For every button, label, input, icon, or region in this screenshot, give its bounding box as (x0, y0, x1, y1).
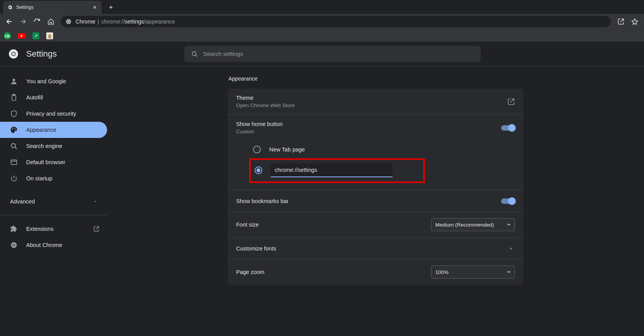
chrome-icon (10, 241, 18, 249)
forward-button[interactable] (17, 15, 29, 28)
omnibox-url-part: settings (125, 18, 144, 25)
sidebar-item-appearance[interactable]: Appearance (0, 122, 107, 138)
bookmark-star-button[interactable] (629, 15, 641, 28)
svg-point-5 (12, 52, 15, 55)
bookmarks-bar: cb ↗ g (0, 29, 644, 42)
sidebar-item-on-startup[interactable]: On startup (0, 170, 107, 186)
divider (0, 215, 107, 215)
omnibox-app-label: Chrome (75, 18, 96, 25)
settings-sidebar: You and Google Autofill Privacy and secu… (0, 66, 107, 336)
section-title: Appearance (228, 76, 523, 82)
share-button[interactable] (615, 15, 627, 28)
page-title: Settings (26, 49, 57, 59)
appearance-card: Theme Open Chrome Web Store Show home bu… (228, 89, 523, 285)
sidebar-item-default-browser[interactable]: Default browser (0, 154, 107, 170)
highlight-annotation (249, 158, 425, 183)
chevron-down-icon (507, 224, 511, 226)
bookmark-item[interactable]: ↗ (32, 32, 39, 39)
svg-point-7 (13, 79, 15, 81)
sidebar-item-privacy[interactable]: Privacy and security (0, 106, 107, 122)
svg-rect-11 (11, 160, 17, 165)
chevron-down-icon (507, 271, 511, 273)
font-size-select[interactable]: Medium (Recommended) (431, 218, 515, 231)
close-icon[interactable] (92, 4, 98, 10)
font-size-row: Font size Medium (Recommended) (228, 212, 523, 237)
chevron-right-icon (507, 245, 515, 252)
search-placeholder: Search settings (203, 50, 243, 57)
chevron-down-icon (93, 199, 98, 204)
address-bar[interactable]: Chrome | chrome://settings/appearance (61, 16, 611, 27)
home-option-custom[interactable] (252, 161, 421, 180)
customize-fonts-row[interactable]: Customize fonts (228, 237, 523, 259)
home-button[interactable] (45, 15, 57, 28)
svg-point-10 (11, 143, 15, 148)
show-bookmarks-bar-row: Show bookmarks bar (228, 190, 523, 212)
tab-title: Settings (16, 5, 92, 10)
person-icon (10, 77, 18, 85)
sidebar-item-search-engine[interactable]: Search engine (0, 138, 107, 154)
home-button-options: New Tab page (228, 137, 523, 190)
sidebar-item-autofill[interactable]: Autofill (0, 89, 107, 106)
chrome-logo-icon (8, 49, 18, 59)
radio-unchecked-icon (253, 146, 261, 153)
palette-icon (10, 126, 18, 134)
settings-header: Settings Search settings (0, 42, 644, 66)
omnibox-url-part: chrome:// (101, 18, 124, 25)
clipboard-icon (10, 94, 18, 101)
bookmark-item[interactable] (18, 33, 25, 39)
puzzle-icon (10, 225, 18, 233)
bookmark-item[interactable]: cb (4, 32, 11, 39)
svg-point-14 (13, 244, 15, 246)
browser-tab-active[interactable]: Settings (3, 1, 102, 14)
reload-button[interactable] (31, 15, 43, 28)
sidebar-item-about[interactable]: About Chrome (0, 237, 107, 253)
omnibox-url-part: /appearance (144, 18, 175, 25)
back-button[interactable] (3, 15, 15, 28)
svg-point-6 (192, 52, 196, 55)
sidebar-item-extensions[interactable]: Extensions (0, 221, 107, 237)
sidebar-item-you-and-google[interactable]: You and Google (0, 73, 107, 89)
browser-toolbar: Chrome | chrome://settings/appearance (0, 14, 644, 29)
theme-row[interactable]: Theme Open Chrome Web Store (228, 89, 523, 114)
sidebar-advanced-toggle[interactable]: Advanced (0, 193, 107, 210)
search-icon (10, 142, 18, 150)
shield-icon (10, 110, 18, 118)
home-option-newtab[interactable]: New Tab page (236, 141, 515, 158)
browser-tab-strip: Settings (0, 0, 644, 14)
show-home-button-toggle[interactable] (501, 125, 515, 131)
external-link-icon (93, 226, 99, 232)
chrome-icon (65, 18, 72, 25)
gear-icon (7, 4, 13, 10)
svg-point-2 (68, 21, 69, 22)
power-icon (10, 175, 18, 182)
search-settings-input[interactable]: Search settings (184, 46, 481, 62)
settings-main: Appearance Theme Open Chrome Web Store S… (107, 66, 644, 336)
external-link-icon (507, 98, 515, 106)
search-icon (191, 50, 198, 57)
custom-home-url-input[interactable] (271, 163, 392, 177)
show-bookmarks-bar-toggle[interactable] (501, 198, 515, 204)
radio-checked-icon (255, 166, 262, 174)
show-home-button-row: Show home button Custom (228, 114, 523, 137)
bookmark-item[interactable]: g (46, 32, 53, 39)
new-tab-button[interactable] (106, 2, 116, 13)
page-zoom-select[interactable]: 100% (431, 265, 515, 279)
browser-icon (10, 158, 18, 166)
page-zoom-row: Page zoom 100% (228, 259, 523, 285)
